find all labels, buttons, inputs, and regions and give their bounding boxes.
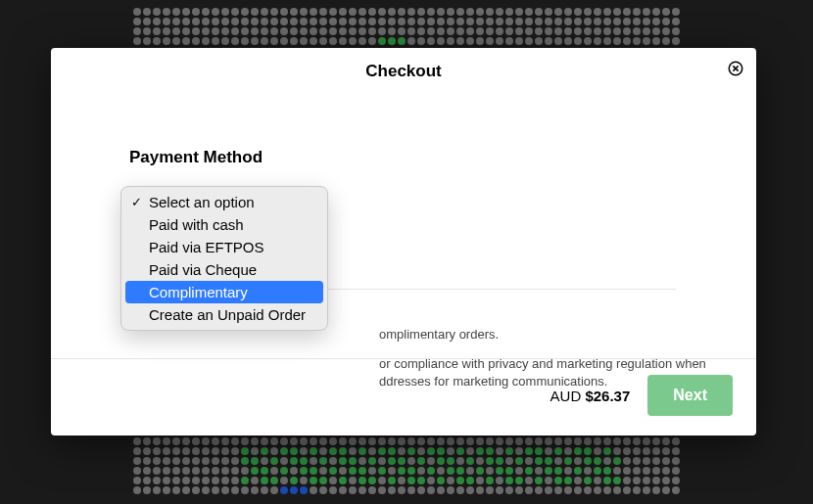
payment-option[interactable]: Paid with cash <box>125 213 323 236</box>
payment-option[interactable]: Complimentary <box>125 281 323 303</box>
payment-option-label: Complimentary <box>149 284 248 300</box>
payment-option-label: Select an option <box>149 194 255 210</box>
payment-option[interactable]: Create an Unpaid Order <box>125 303 323 326</box>
payment-method-dropdown[interactable]: ✓Select an optionPaid with cashPaid via … <box>120 186 328 331</box>
info-text-1: omplimentary orders. <box>379 326 712 344</box>
payment-option[interactable]: Paid via Cheque <box>125 258 323 281</box>
payment-option-label: Paid via Cheque <box>149 261 257 278</box>
check-icon: ✓ <box>131 195 142 209</box>
payment-option[interactable]: ✓Select an option <box>125 191 323 213</box>
close-button[interactable] <box>725 58 746 79</box>
payment-option-label: Paid via EFTPOS <box>149 239 264 255</box>
modal-header: Checkout <box>51 48 756 89</box>
payment-option-label: Paid with cash <box>149 216 244 233</box>
close-circle-icon <box>727 60 744 77</box>
modal-title: Checkout <box>51 62 756 81</box>
payment-option[interactable]: Paid via EFTPOS <box>125 236 323 258</box>
seat-map-bottom <box>0 430 813 504</box>
payment-method-label: Payment Method <box>129 148 678 167</box>
payment-option-label: Create an Unpaid Order <box>149 306 306 323</box>
seat-map-top <box>0 0 813 55</box>
info-text-2: or compliance with privacy and marketing… <box>379 355 712 389</box>
